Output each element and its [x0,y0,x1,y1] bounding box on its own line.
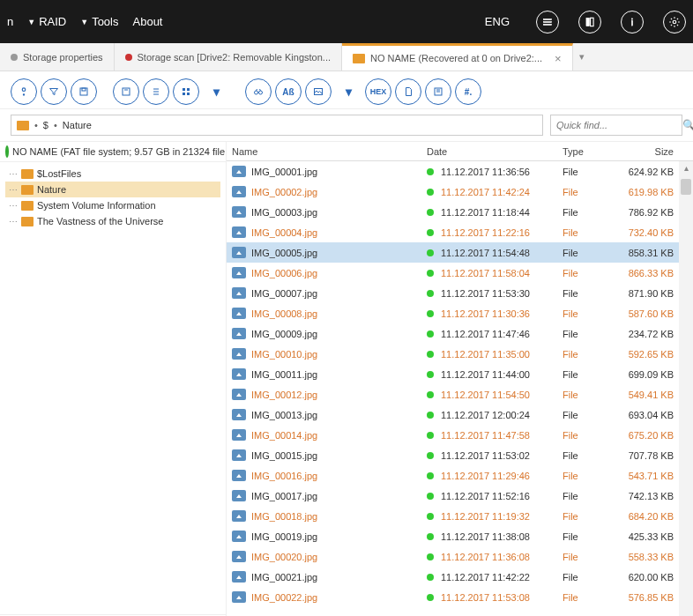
menu-about[interactable]: About [133,15,163,28]
file-row[interactable]: IMG_00021.jpg11.12.2017 11:42:22File620.… [227,567,693,587]
file-row[interactable]: IMG_00002.jpg11.12.2017 11:42:24File619.… [227,182,693,202]
gear-icon[interactable] [663,11,686,33]
folder-icon [21,169,34,179]
svg-point-17 [255,91,258,94]
folder-icon [21,217,34,226]
file-name: IMG_00018.jpg [251,511,317,522]
file-row[interactable]: IMG_00007.jpg11.12.2017 11:53:30File871.… [227,283,693,303]
activity-icon[interactable] [536,11,559,33]
file-row[interactable]: IMG_00008.jpg11.12.2017 11:30:36File587.… [227,303,693,323]
file-row[interactable]: IMG_00013.jpg11.12.2017 12:00:24File693.… [227,404,693,425]
svg-rect-1 [543,21,551,22]
image-file-icon [232,226,246,238]
file-row[interactable]: IMG_00005.jpg11.12.2017 11:54:48File858.… [227,242,693,263]
breadcrumb[interactable]: • $ • Nature [11,115,543,136]
column-name[interactable]: Name [227,146,427,157]
status-dot-icon [427,189,434,196]
tool-hex-icon[interactable]: HEX [365,78,391,105]
column-date[interactable]: Date [427,146,563,157]
tree-root[interactable]: NO NAME (FAT file system; 9.57 GB in 213… [0,142,226,162]
tool-property-icon[interactable] [425,78,451,105]
status-dot-icon [427,472,434,479]
file-row[interactable]: IMG_00020.jpg11.12.2017 11:36:08File558.… [227,546,693,567]
quick-find[interactable]: 🔍 [550,115,682,136]
file-type: File [563,349,615,360]
file-type: File [563,187,615,197]
svg-point-8 [22,88,26,92]
file-row[interactable]: IMG_00003.jpg11.12.2017 11:18:44File786.… [227,202,693,222]
tool-dropdown-icon[interactable]: ▾ [335,78,361,105]
file-row[interactable]: IMG_00016.jpg11.12.2017 11:29:46File543.… [227,465,693,486]
tool-textcase-icon[interactable]: Aß [275,78,302,105]
file-row[interactable]: IMG_00012.jpg11.12.2017 11:54:50File549.… [227,384,693,404]
file-type: File [563,227,615,238]
tree-root-label: NO NAME (FAT file system; 9.57 GB in 213… [12,146,225,157]
file-row[interactable]: IMG_00015.jpg11.12.2017 11:53:02File707.… [227,445,693,465]
file-row[interactable]: IMG_00011.jpg11.12.2017 11:44:00File699.… [227,364,693,384]
search-input[interactable] [556,120,679,130]
info-icon[interactable] [621,11,644,33]
tool-page-icon[interactable] [395,78,421,105]
tool-user-icon[interactable] [11,78,37,105]
status-dot-icon [427,351,434,358]
column-size[interactable]: Size [615,146,693,157]
panel-icon[interactable] [578,11,601,33]
tree-item[interactable]: ⋯Nature [5,182,220,197]
file-row[interactable]: IMG_00022.jpg11.12.2017 11:53:08File576.… [227,587,693,607]
vertical-scrollbar[interactable]: ▴ ▾ [679,161,693,616]
tool-hash-icon[interactable]: #. [455,78,481,105]
svg-rect-12 [123,88,130,95]
expand-icon[interactable]: ⋯ [9,217,18,226]
tool-filter-icon[interactable] [41,78,67,105]
file-name: IMG_00013.jpg [251,410,317,420]
menu-raid[interactable]: ▼RAID [27,15,66,28]
expand-icon[interactable]: ⋯ [9,169,18,179]
tab-recovered-volume[interactable]: NO NAME (Recovered at 0 on Drive2:... × [342,43,573,71]
file-row[interactable]: IMG_00018.jpg11.12.2017 11:19:32File684.… [227,506,693,526]
menu-tools[interactable]: ▼Tools [80,15,118,28]
file-row[interactable]: IMG_00010.jpg11.12.2017 11:35:00File592.… [227,344,693,364]
tool-dropdown-icon[interactable]: ▾ [203,78,229,105]
svg-rect-2 [543,24,551,25]
file-type: File [563,450,615,461]
file-date: 11.12.2017 11:38:08 [441,531,530,542]
menu-truncated[interactable]: n [7,15,13,28]
file-row[interactable]: IMG_00014.jpg11.12.2017 11:47:58File675.… [227,425,693,445]
svg-rect-13 [183,88,185,91]
tool-binoculars-icon[interactable] [245,78,272,105]
file-row[interactable]: IMG_00004.jpg11.12.2017 11:22:16File732.… [227,222,693,242]
tab-storage-properties[interactable]: Storage properties [0,43,115,71]
language-label[interactable]: ENG [485,15,510,28]
file-name: IMG_00008.jpg [251,308,317,319]
tree-item-label: The Vastness of the Universe [37,216,163,226]
image-file-icon [232,571,246,583]
file-row[interactable]: IMG_00017.jpg11.12.2017 11:52:16File742.… [227,486,693,506]
file-row[interactable]: IMG_00009.jpg11.12.2017 11:47:46File234.… [227,323,693,344]
tool-grid-icon[interactable] [173,78,199,105]
file-row[interactable]: IMG_00006.jpg11.12.2017 11:58:04File866.… [227,263,693,283]
file-row[interactable]: IMG_00019.jpg11.12.2017 11:38:08File425.… [227,526,693,546]
image-file-icon [232,510,246,522]
tool-save-icon[interactable] [71,78,97,105]
tool-saveas-icon[interactable] [113,78,139,105]
file-row[interactable]: IMG_00001.jpg11.12.2017 11:36:56File624.… [227,161,693,182]
tool-list-icon[interactable] [143,78,169,105]
scroll-thumb[interactable] [681,179,691,195]
expand-icon[interactable]: ⋯ [9,201,18,211]
search-icon[interactable]: 🔍 [682,119,693,131]
tree-item[interactable]: ⋯System Volume Information [5,197,220,213]
tree-item[interactable]: ⋯$LostFiles [5,166,220,182]
file-type: File [563,329,615,339]
file-name: IMG_00010.jpg [251,349,317,360]
tab-storage-scan[interactable]: Storage scan [Drive2: Removable Kingston… [115,43,343,71]
close-icon[interactable]: × [555,52,562,65]
file-name: IMG_00021.jpg [251,572,317,583]
tab-overflow-icon[interactable]: ▾ [573,43,591,71]
expand-icon[interactable]: ⋯ [9,185,18,195]
tree-item[interactable]: ⋯The Vastness of the Universe [5,213,220,229]
tool-image-icon[interactable] [305,78,332,105]
status-dot-icon [427,391,434,398]
file-type: File [563,511,615,522]
column-type[interactable]: Type [563,146,615,157]
scroll-up-icon[interactable]: ▴ [684,163,689,173]
